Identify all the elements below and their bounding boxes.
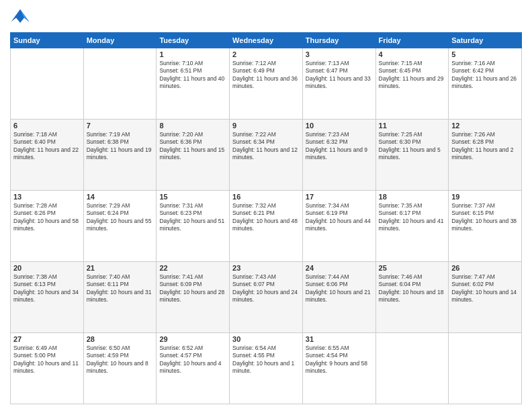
calendar-cell: 2Sunrise: 7:12 AMSunset: 6:49 PMDaylight… [230,48,303,120]
calendar-table: SundayMondayTuesdayWednesdayThursdayFrid… [10,32,522,404]
day-number: 2 [232,50,300,58]
day-info: Sunrise: 7:19 AMSunset: 6:38 PMDaylight:… [87,131,154,162]
calendar-cell: 3Sunrise: 7:13 AMSunset: 6:47 PMDaylight… [302,48,375,120]
day-number: 26 [451,264,519,272]
day-info: Sunrise: 7:31 AMSunset: 6:23 PMDaylight:… [159,202,226,233]
day-info: Sunrise: 7:20 AMSunset: 6:36 PMDaylight:… [159,131,226,162]
day-info: Sunrise: 7:13 AMSunset: 6:47 PMDaylight:… [306,60,373,91]
day-info: Sunrise: 7:34 AMSunset: 6:19 PMDaylight:… [306,202,373,233]
calendar-cell: 30Sunrise: 6:54 AMSunset: 4:55 PMDayligh… [230,333,303,404]
day-info: Sunrise: 7:10 AMSunset: 6:51 PMDaylight:… [159,60,226,91]
day-number: 23 [232,264,300,272]
day-info: Sunrise: 7:37 AMSunset: 6:15 PMDaylight:… [451,202,519,233]
calendar-cell: 13Sunrise: 7:28 AMSunset: 6:26 PMDayligh… [11,191,84,262]
day-info: Sunrise: 6:49 AMSunset: 5:00 PMDaylight:… [13,345,81,375]
day-info: Sunrise: 7:29 AMSunset: 6:24 PMDaylight:… [87,202,154,233]
day-number: 7 [87,122,154,130]
day-info: Sunrise: 7:22 AMSunset: 6:34 PMDaylight:… [232,131,300,162]
calendar-cell: 25Sunrise: 7:46 AMSunset: 6:04 PMDayligh… [375,262,449,333]
calendar-cell [449,333,522,404]
day-number: 27 [13,335,81,343]
day-info: Sunrise: 7:41 AMSunset: 6:09 PMDaylight:… [159,273,226,304]
calendar-week-row: 13Sunrise: 7:28 AMSunset: 6:26 PMDayligh… [11,191,522,262]
weekday-header: Thursday [302,33,375,48]
day-number: 19 [451,193,519,201]
day-number: 21 [87,264,154,272]
day-number: 20 [13,264,81,272]
day-number: 5 [451,50,519,58]
weekday-header: Friday [375,33,449,48]
day-number: 12 [451,122,519,130]
day-number: 16 [232,193,300,201]
day-number: 22 [159,264,226,272]
day-number: 29 [159,335,226,343]
page: SundayMondayTuesdayWednesdayThursdayFrid… [0,0,532,411]
day-info: Sunrise: 7:28 AMSunset: 6:26 PMDaylight:… [13,202,81,233]
day-info: Sunrise: 7:40 AMSunset: 6:11 PMDaylight:… [87,273,154,304]
day-info: Sunrise: 7:25 AMSunset: 6:30 PMDaylight:… [379,131,446,162]
day-info: Sunrise: 6:55 AMSunset: 4:54 PMDaylight:… [306,345,373,375]
calendar-cell: 8Sunrise: 7:20 AMSunset: 6:36 PMDaylight… [157,120,230,191]
header [10,7,522,27]
calendar-cell: 18Sunrise: 7:35 AMSunset: 6:17 PMDayligh… [375,191,449,262]
calendar-cell: 27Sunrise: 6:49 AMSunset: 5:00 PMDayligh… [11,333,84,404]
calendar-week-row: 20Sunrise: 7:38 AMSunset: 6:13 PMDayligh… [11,262,522,333]
day-info: Sunrise: 7:23 AMSunset: 6:32 PMDaylight:… [306,131,373,162]
day-info: Sunrise: 7:35 AMSunset: 6:17 PMDaylight:… [379,202,446,233]
day-info: Sunrise: 7:38 AMSunset: 6:13 PMDaylight:… [13,273,81,304]
day-info: Sunrise: 7:46 AMSunset: 6:04 PMDaylight:… [379,273,446,304]
calendar-cell [83,48,157,120]
calendar-cell [11,48,84,120]
calendar-cell: 14Sunrise: 7:29 AMSunset: 6:24 PMDayligh… [83,191,157,262]
calendar-cell: 15Sunrise: 7:31 AMSunset: 6:23 PMDayligh… [157,191,230,262]
day-number: 9 [232,122,300,130]
weekday-header: Monday [83,33,157,48]
weekday-header: Wednesday [230,33,303,48]
day-number: 10 [306,122,373,130]
day-info: Sunrise: 7:32 AMSunset: 6:21 PMDaylight:… [232,202,300,233]
calendar-cell: 24Sunrise: 7:44 AMSunset: 6:06 PMDayligh… [302,262,375,333]
calendar-cell: 5Sunrise: 7:16 AMSunset: 6:42 PMDaylight… [449,48,522,120]
day-number: 31 [306,335,373,343]
calendar-cell: 21Sunrise: 7:40 AMSunset: 6:11 PMDayligh… [83,262,157,333]
day-info: Sunrise: 7:15 AMSunset: 6:45 PMDaylight:… [379,60,446,91]
calendar-cell: 6Sunrise: 7:18 AMSunset: 6:40 PMDaylight… [11,120,84,191]
day-number: 24 [306,264,373,272]
calendar-cell: 17Sunrise: 7:34 AMSunset: 6:19 PMDayligh… [302,191,375,262]
day-info: Sunrise: 6:52 AMSunset: 4:57 PMDaylight:… [159,345,226,375]
day-number: 14 [87,193,154,201]
day-number: 30 [232,335,300,343]
logo-icon [10,7,30,27]
calendar-cell: 7Sunrise: 7:19 AMSunset: 6:38 PMDaylight… [83,120,157,191]
day-info: Sunrise: 7:12 AMSunset: 6:49 PMDaylight:… [232,60,300,91]
day-number: 1 [159,50,226,58]
day-number: 8 [159,122,226,130]
calendar-cell: 4Sunrise: 7:15 AMSunset: 6:45 PMDaylight… [375,48,449,120]
day-number: 28 [87,335,154,343]
calendar-cell: 12Sunrise: 7:26 AMSunset: 6:28 PMDayligh… [449,120,522,191]
calendar-week-row: 1Sunrise: 7:10 AMSunset: 6:51 PMDaylight… [11,48,522,120]
calendar-cell: 11Sunrise: 7:25 AMSunset: 6:30 PMDayligh… [375,120,449,191]
day-info: Sunrise: 7:16 AMSunset: 6:42 PMDaylight:… [451,60,519,91]
calendar-cell: 1Sunrise: 7:10 AMSunset: 6:51 PMDaylight… [157,48,230,120]
day-info: Sunrise: 7:43 AMSunset: 6:07 PMDaylight:… [232,273,300,304]
calendar-cell: 16Sunrise: 7:32 AMSunset: 6:21 PMDayligh… [230,191,303,262]
weekday-header: Sunday [11,33,84,48]
day-info: Sunrise: 7:44 AMSunset: 6:06 PMDaylight:… [306,273,373,304]
day-number: 18 [379,193,446,201]
calendar-cell: 22Sunrise: 7:41 AMSunset: 6:09 PMDayligh… [157,262,230,333]
day-number: 17 [306,193,373,201]
calendar-cell: 10Sunrise: 7:23 AMSunset: 6:32 PMDayligh… [302,120,375,191]
weekday-header: Saturday [449,33,522,48]
day-number: 3 [306,50,373,58]
calendar-cell: 31Sunrise: 6:55 AMSunset: 4:54 PMDayligh… [302,333,375,404]
day-info: Sunrise: 7:18 AMSunset: 6:40 PMDaylight:… [13,131,81,162]
calendar-cell: 19Sunrise: 7:37 AMSunset: 6:15 PMDayligh… [449,191,522,262]
calendar-cell: 20Sunrise: 7:38 AMSunset: 6:13 PMDayligh… [11,262,84,333]
calendar-cell: 26Sunrise: 7:47 AMSunset: 6:02 PMDayligh… [449,262,522,333]
calendar-cell: 9Sunrise: 7:22 AMSunset: 6:34 PMDaylight… [230,120,303,191]
calendar-cell: 29Sunrise: 6:52 AMSunset: 4:57 PMDayligh… [157,333,230,404]
calendar-cell: 28Sunrise: 6:50 AMSunset: 4:59 PMDayligh… [83,333,157,404]
day-info: Sunrise: 7:26 AMSunset: 6:28 PMDaylight:… [451,131,519,162]
logo [10,7,33,27]
